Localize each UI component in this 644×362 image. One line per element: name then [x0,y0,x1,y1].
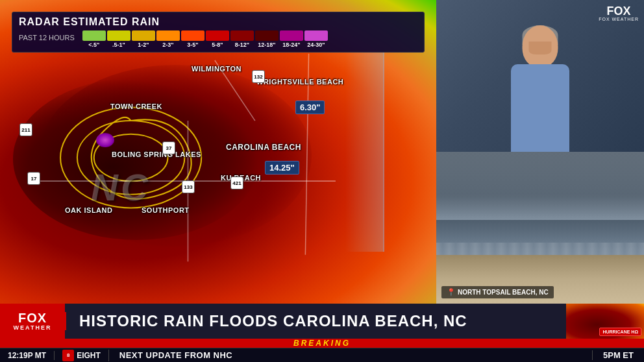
map-label-boling-spring: BOLING SPRING LAKES [112,151,201,158]
storm-center-blob [96,133,114,147]
pin-icon: 📍 [447,288,456,296]
legend-item-8: 18-24" [280,30,303,48]
ticker-row: 12:19P MT 8 EIGHT NEXT UPDATE FROM NHC 5… [0,348,644,362]
map-label-town-creek: TOWN CREEK [110,103,162,110]
fox-logo-text: FOX [607,5,631,17]
legend-item-4: 3-5" [181,30,204,48]
headline-weather-text: WEATHER [14,324,52,331]
legend-label-9: 24-30" [307,42,325,48]
person-head [523,25,558,67]
map-label-southport: SOUTHPORT [142,206,190,214]
headline-text-area: HISTORIC RAIN FLOODS CAROLINA BEACH, NC [65,312,566,330]
location-badge: 📍 NORTH TOPSAIL BEACH, NC [441,286,554,298]
legend-swatch-7 [255,30,279,41]
legend-item-1: .5-1" [107,30,130,48]
road-marker-421: 421 [230,176,243,189]
legend-item-9: 24-30" [304,30,328,48]
coastline [345,52,384,252]
top-section: RADAR ESTIMATED RAIN PAST 12 HOURS <.5" … [0,0,644,304]
legend-label-0: <.5" [88,42,99,48]
anchor-feed: FOX FOX WEATHER [436,0,644,152]
legend-swatch-2 [132,30,155,41]
legend-colors: <.5" .5-1" 1-2" 2-3" [82,30,328,48]
legend-label-7: 12-18" [258,42,275,48]
hurricane-badge: HURRICANE HΩ [599,328,641,336]
map-label-wrightsville: WRIGHTSVILLE BEACH [256,78,343,86]
legend-swatch-4 [181,30,204,41]
main-container: RADAR ESTIMATED RAIN PAST 12 HOURS <.5" … [0,0,644,362]
legend-label-5: 5-8" [212,42,223,48]
bottom-bar: FOX WEATHER HISTORIC RAIN FLOODS CAROLIN… [0,304,644,362]
map-label-oak-island: OAK ISLAND [65,206,112,214]
anchor-person [501,25,579,152]
ticker-message: NEXT UPDATE FROM NHC [109,350,592,360]
legend-swatch-6 [230,30,254,41]
rain-badge-carolina-beach: 14.25" [265,161,299,175]
legend-swatch-1 [107,30,130,41]
legend-label-2: 1-2" [138,42,149,48]
legend-item-3: 2-3" [156,30,180,48]
legend-item-5: 5-8" [206,30,229,48]
right-panel: FOX FOX WEATHER 📍 NORTH TOPSAIL BEACH, N… [436,0,644,304]
fox-weather-watermark: FOX WEATHER [599,17,639,21]
ticker-time: 12:19P MT [0,351,55,360]
legend-label-8: 18-24" [282,42,300,48]
road-marker-133: 133 [182,180,195,193]
storm-clouds-overlay [436,152,644,243]
legend-bar: RADAR ESTIMATED RAIN PAST 12 HOURS <.5" … [12,12,425,53]
road-marker-37: 37 [162,141,175,154]
breaking-row: BREAKING [0,339,644,348]
mini-map-thumb: HURRICANE HΩ [566,304,644,339]
beach-feed: 📍 NORTH TOPSAIL BEACH, NC [436,152,644,304]
breaking-text: BREAKING [293,339,351,348]
legend-label-4: 3-5" [187,42,198,48]
rain-badge-wilmington: 6.30" [295,101,325,114]
headline-main-text: HISTORIC RAIN FLOODS CAROLINA BEACH, NC [79,312,467,330]
legend-item-7: 12-18" [255,30,279,48]
ticker-time-right: 5PM ET [592,350,644,360]
legend-swatch-3 [156,30,180,41]
ticker-source-name: EIGHT [77,351,101,360]
road-marker-211: 211 [19,123,32,136]
ticker-source-icon: 8 [62,350,74,361]
map-label-carolina-beach: CAROLINA BEACH [226,143,301,152]
headline-fox-text: FOX [18,311,47,324]
legend-swatch-9 [304,30,328,41]
legend-label-3: 2-3" [162,42,173,48]
fox-weather-logo: FOX WEATHER [0,304,65,339]
legend-subtitle: PAST 12 HOURS [19,34,75,42]
legend-swatch-0 [82,30,106,41]
legend-item-2: 1-2" [132,30,155,48]
legend-item-6: 8-12" [230,30,254,48]
person-body [511,64,569,152]
legend-label-1: .5-1" [112,42,125,48]
legend-swatch-8 [280,30,303,41]
legend-label-6: 8-12" [235,42,249,48]
headline-row: FOX WEATHER HISTORIC RAIN FLOODS CAROLIN… [0,304,644,339]
legend-swatch-5 [206,30,229,41]
nc-state-label: NC [91,165,151,209]
legend-title: RADAR ESTIMATED RAIN [19,16,417,28]
road-marker-17: 17 [27,172,40,185]
legend-item-0: <.5" [82,30,106,48]
road-marker-132: 132 [252,70,265,83]
map-label-wilmington: WILMINGTON [192,65,242,73]
person-face-lower [529,42,552,54]
location-text: NORTH TOPSAIL BEACH, NC [458,289,549,296]
fox-logo-overlay: FOX FOX WEATHER [599,5,639,21]
radar-map: RADAR ESTIMATED RAIN PAST 12 HOURS <.5" … [0,0,436,304]
ticker-source: 8 EIGHT [55,350,109,361]
